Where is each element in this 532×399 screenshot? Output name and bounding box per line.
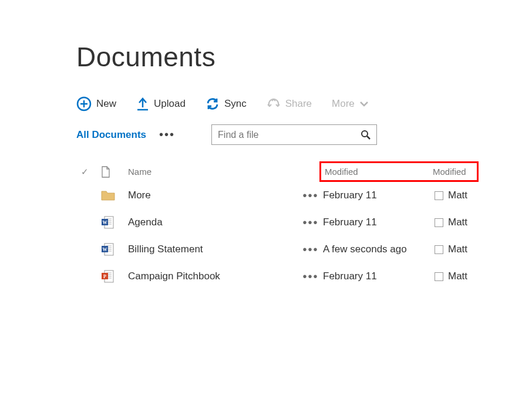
- highlighted-columns: Modified Modified: [319, 161, 479, 182]
- view-options-ellipsis[interactable]: •••: [159, 128, 175, 141]
- share-icon: [267, 97, 281, 110]
- checkbox-icon[interactable]: [435, 191, 443, 200]
- checkbox-icon[interactable]: [435, 218, 443, 227]
- svg-text:W: W: [103, 220, 107, 225]
- ppt-icon: P: [101, 270, 128, 283]
- row-menu-ellipsis[interactable]: •••: [298, 243, 323, 256]
- file-name[interactable]: Agenda: [128, 217, 298, 228]
- file-name[interactable]: Billing Statement: [128, 244, 298, 255]
- word-icon: W: [101, 216, 128, 229]
- more-button[interactable]: More: [332, 98, 369, 110]
- search-box[interactable]: [211, 124, 377, 145]
- upload-label: Upload: [154, 98, 186, 110]
- modified-by-cell: Matt: [435, 244, 479, 255]
- sync-button[interactable]: Sync: [206, 97, 247, 110]
- modified-by-cell: Matt: [435, 270, 479, 282]
- word-icon: W: [101, 243, 128, 256]
- modified-cell: A few seconds ago: [323, 244, 435, 255]
- share-button[interactable]: Share: [267, 97, 312, 110]
- modified-by-cell: Matt: [435, 190, 479, 201]
- more-label: More: [332, 98, 355, 110]
- chevron-down-icon: [359, 100, 369, 107]
- check-icon: ✓: [81, 167, 89, 177]
- row-menu-ellipsis[interactable]: •••: [298, 216, 323, 229]
- toolbar: New Upload Sync Share More: [76, 96, 532, 111]
- upload-button[interactable]: Upload: [136, 97, 186, 111]
- file-list: ✓ Name Modified Modified More•••February…: [76, 161, 479, 290]
- search-icon[interactable]: [355, 130, 376, 140]
- checkbox-icon[interactable]: [435, 272, 443, 281]
- name-header[interactable]: Name: [128, 167, 298, 177]
- modified-cell: February 11: [323, 270, 435, 282]
- svg-point-5: [362, 131, 368, 137]
- row-menu-ellipsis[interactable]: •••: [298, 189, 323, 202]
- select-all-header[interactable]: ✓: [76, 167, 101, 177]
- modified-header[interactable]: Modified: [325, 167, 433, 177]
- svg-text:W: W: [103, 247, 107, 252]
- current-view-link[interactable]: All Documents: [76, 129, 146, 141]
- table-row[interactable]: WAgenda•••February 11Matt: [76, 209, 479, 236]
- table-row[interactable]: PCampaign Pitchbook•••February 11Matt: [76, 263, 479, 290]
- table-row[interactable]: More•••February 11Matt: [76, 182, 479, 209]
- modified-by-header[interactable]: Modified: [433, 167, 477, 177]
- svg-line-6: [367, 136, 370, 139]
- row-menu-ellipsis[interactable]: •••: [298, 270, 323, 283]
- upload-icon: [136, 97, 149, 111]
- search-input[interactable]: [212, 130, 355, 140]
- folder-icon: [101, 190, 128, 201]
- page-title: Documents: [76, 41, 532, 73]
- plus-circle-icon: [76, 96, 92, 111]
- checkbox-icon[interactable]: [435, 245, 443, 254]
- file-name[interactable]: Campaign Pitchbook: [128, 270, 298, 282]
- svg-text:P: P: [103, 274, 106, 279]
- table-row[interactable]: WBilling Statement•••A few seconds agoMa…: [76, 236, 479, 263]
- share-label: Share: [285, 98, 312, 110]
- file-name[interactable]: More: [128, 190, 298, 201]
- modified-cell: February 11: [323, 190, 435, 201]
- new-label: New: [96, 98, 116, 110]
- new-button[interactable]: New: [76, 96, 116, 111]
- modified-by-cell: Matt: [435, 217, 479, 228]
- modified-cell: February 11: [323, 217, 435, 228]
- sync-label: Sync: [224, 98, 247, 110]
- sync-icon: [206, 97, 220, 110]
- column-header-row: ✓ Name Modified Modified: [76, 161, 479, 182]
- view-bar: All Documents •••: [76, 124, 532, 145]
- file-icon: [101, 166, 110, 178]
- type-header[interactable]: [101, 166, 128, 178]
